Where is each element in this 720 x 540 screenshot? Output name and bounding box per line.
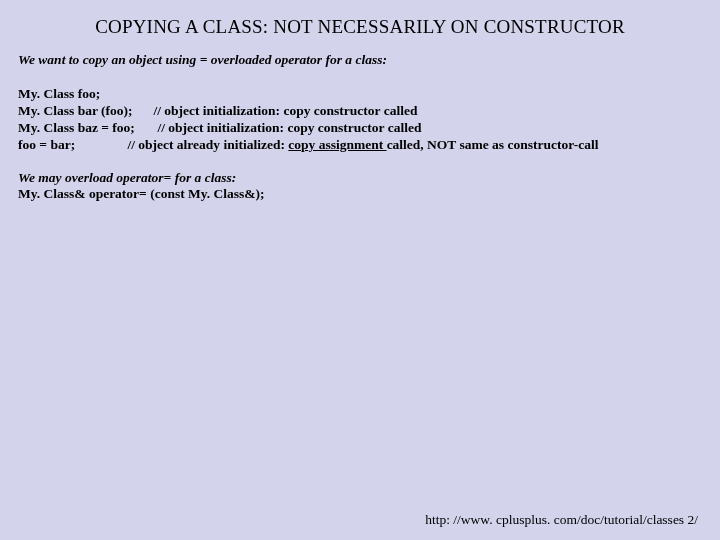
code-lhs: foo = bar;	[18, 137, 124, 154]
code-block: My. Class foo; My. Class bar (foo); // o…	[18, 86, 702, 154]
slide: COPYING A CLASS: NOT NECESSARILY ON CONS…	[0, 0, 720, 540]
code-comment: // object initialization: copy construct…	[153, 103, 417, 118]
footer-url: http: //www. cplusplus. com/doc/tutorial…	[425, 512, 698, 528]
code-comment-underlined: copy assignment	[288, 137, 386, 152]
intro-text: We want to copy an object using = overlo…	[18, 52, 702, 68]
code-comment: // object initialization: copy construct…	[157, 120, 421, 135]
overload-intro: We may overload operator= for a class:	[18, 170, 702, 187]
code-comment-post: called, NOT same as constructor-call	[387, 137, 599, 152]
slide-title: COPYING A CLASS: NOT NECESSARILY ON CONS…	[18, 16, 702, 38]
code-line-1: My. Class foo;	[18, 86, 702, 103]
code-lhs: My. Class foo;	[18, 86, 128, 103]
code-line-3: My. Class baz = foo; // object initializ…	[18, 120, 702, 137]
code-lhs: My. Class baz = foo;	[18, 120, 154, 137]
code-line-2: My. Class bar (foo); // object initializ…	[18, 103, 702, 120]
overload-signature: My. Class& operator= (const My. Class&);	[18, 186, 702, 203]
overload-block: We may overload operator= for a class: M…	[18, 170, 702, 204]
code-lhs: My. Class bar (foo);	[18, 103, 150, 120]
code-comment-pre: // object already initialized:	[127, 137, 288, 152]
code-line-4: foo = bar; // object already initialized…	[18, 137, 702, 154]
